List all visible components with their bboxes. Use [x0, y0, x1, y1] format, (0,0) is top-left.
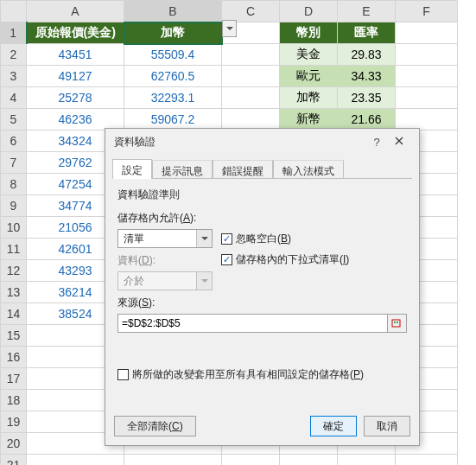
close-button[interactable] [388, 136, 410, 148]
cell[interactable]: 62760.5 [124, 66, 222, 87]
cell[interactable]: 25278 [27, 87, 124, 109]
tab-settings[interactable]: 設定 [112, 159, 152, 179]
cell[interactable] [396, 44, 458, 66]
cancel-button[interactable]: 取消 [364, 416, 410, 436]
col-header-d[interactable]: D [280, 1, 338, 22]
row-header[interactable]: 21 [1, 455, 27, 466]
cell[interactable]: 43451 [27, 44, 124, 66]
row-header[interactable]: 11 [1, 239, 27, 260]
source-label: 來源(S): [117, 296, 407, 310]
allow-combo[interactable]: 清單 [117, 229, 213, 248]
dialog-title: 資料驗證 [114, 135, 155, 150]
row-header[interactable]: 16 [1, 347, 27, 368]
tab-ime-mode[interactable]: 輸入法模式 [273, 160, 344, 178]
checkbox-label: 儲存格內的下拉式清單(I) [236, 252, 349, 267]
dropdown-checkbox[interactable]: 儲存格內的下拉式清單(I) [221, 252, 349, 267]
cell[interactable]: 歐元 [280, 66, 338, 87]
cell[interactable]: 55509.4 [124, 44, 222, 66]
data-value: 介於 [118, 274, 196, 289]
row-header[interactable]: 15 [1, 325, 27, 347]
row-header[interactable]: 20 [1, 433, 27, 455]
cell[interactable]: 美金 [280, 44, 338, 66]
row-header[interactable]: 12 [1, 260, 27, 282]
svg-rect-1 [394, 322, 396, 323]
tab-input-message[interactable]: 提示訊息 [152, 160, 213, 178]
row-header[interactable]: 17 [1, 368, 27, 390]
corner-cell[interactable] [1, 1, 27, 22]
cell[interactable]: 原始報價(美金) [27, 22, 124, 44]
allow-value: 清單 [118, 232, 196, 246]
help-button[interactable]: ? [365, 136, 388, 149]
cell[interactable] [124, 455, 222, 466]
cell[interactable]: 46236 [27, 109, 124, 131]
tab-error-alert[interactable]: 錯誤提醒 [213, 160, 273, 178]
chevron-down-icon [196, 272, 212, 290]
row-header[interactable]: 5 [1, 109, 27, 131]
cell[interactable] [396, 109, 458, 131]
col-header-e[interactable]: E [338, 1, 396, 22]
row-header[interactable]: 6 [1, 131, 27, 152]
col-header-c[interactable]: C [222, 1, 280, 22]
range-picker-button[interactable] [388, 314, 407, 333]
source-input[interactable] [117, 314, 388, 333]
checkbox-icon [221, 233, 232, 245]
tab-bar: 設定 提示訊息 錯誤提醒 輸入法模式 [112, 158, 412, 179]
checkbox-label: 忽略空白(B) [236, 232, 291, 246]
chevron-down-icon [196, 230, 212, 247]
cell[interactable]: 匯率 [338, 22, 396, 44]
row-header[interactable]: 8 [1, 174, 27, 195]
data-combo: 介於 [117, 271, 213, 290]
cell[interactable]: 加幣 [280, 87, 338, 109]
row-header[interactable]: 4 [1, 87, 27, 109]
checkbox-label: 將所做的改變套用至所有具有相同設定的儲存格(P) [132, 367, 364, 382]
row-header[interactable]: 10 [1, 217, 27, 239]
cell[interactable]: 新幣 [280, 109, 338, 131]
apply-all-checkbox[interactable]: 將所做的改變套用至所有具有相同設定的儲存格(P) [117, 367, 407, 382]
cell[interactable] [222, 455, 280, 466]
row-header[interactable]: 1 [1, 22, 27, 44]
cell[interactable] [222, 87, 280, 109]
clear-all-button[interactable]: 全部清除(C) [114, 416, 196, 436]
cell[interactable] [396, 66, 458, 87]
row-header[interactable]: 13 [1, 282, 27, 303]
ignore-blank-checkbox[interactable]: 忽略空白(B) [221, 232, 291, 246]
ok-button[interactable]: 確定 [310, 416, 357, 436]
col-header-b[interactable]: B [124, 1, 222, 22]
cell[interactable] [27, 455, 124, 466]
cell[interactable] [222, 66, 280, 87]
row-header[interactable]: 9 [1, 195, 27, 217]
cell[interactable]: 幣別 [280, 22, 338, 44]
col-header-f[interactable]: F [396, 1, 458, 22]
cell[interactable] [222, 44, 280, 66]
cell[interactable]: 59067.2 [124, 109, 222, 131]
row-header[interactable]: 14 [1, 303, 27, 325]
cell[interactable]: 23.35 [338, 87, 396, 109]
cell[interactable]: 29.83 [338, 44, 396, 66]
cell[interactable]: 21.66 [338, 109, 396, 131]
dialog-body: 資料驗證準則 儲存格內允許(A): 清單 忽略空白(B) 資料(D): 介於 [105, 179, 419, 391]
cell[interactable] [222, 109, 280, 131]
chevron-down-icon [226, 27, 233, 30]
dialog-titlebar[interactable]: 資料驗證 ? [105, 129, 419, 155]
range-picker-icon [391, 317, 403, 329]
cell-selected[interactable]: 加幣 [124, 22, 222, 44]
svg-rect-2 [397, 322, 398, 323]
col-header-a[interactable]: A [27, 1, 124, 22]
close-icon [395, 137, 403, 145]
svg-rect-0 [392, 320, 400, 327]
row-header[interactable]: 3 [1, 66, 27, 87]
cell[interactable] [338, 455, 396, 466]
cell[interactable] [396, 87, 458, 109]
checkbox-icon [117, 369, 129, 380]
cell[interactable] [280, 455, 338, 466]
cell[interactable]: 49127 [27, 66, 124, 87]
row-header[interactable]: 7 [1, 152, 27, 174]
row-header[interactable]: 18 [1, 390, 27, 411]
cell[interactable]: 34.33 [338, 66, 396, 87]
dropdown-button[interactable] [222, 20, 237, 37]
row-header[interactable]: 2 [1, 44, 27, 66]
cell[interactable] [396, 22, 458, 44]
row-header[interactable]: 19 [1, 411, 27, 433]
cell[interactable]: 32293.1 [124, 87, 222, 109]
cell[interactable] [396, 455, 458, 466]
